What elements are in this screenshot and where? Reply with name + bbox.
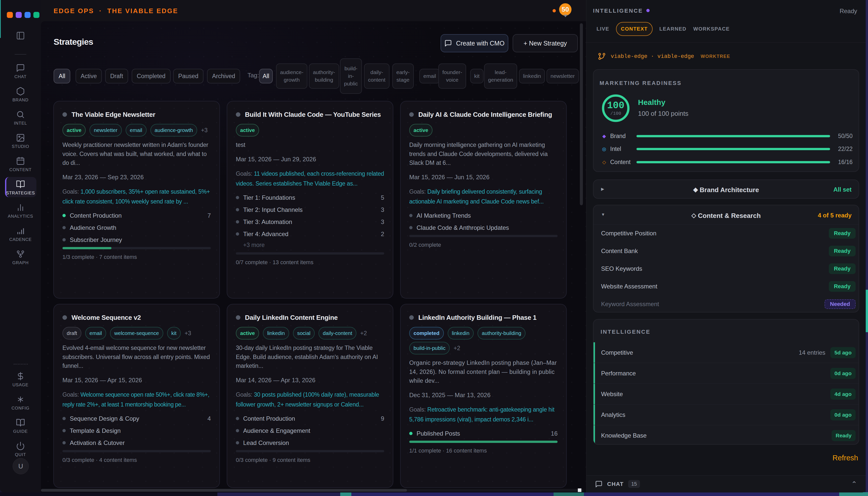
svg-text:/100: /100 [610,111,621,116]
svg-text:100: 100 [607,100,624,111]
